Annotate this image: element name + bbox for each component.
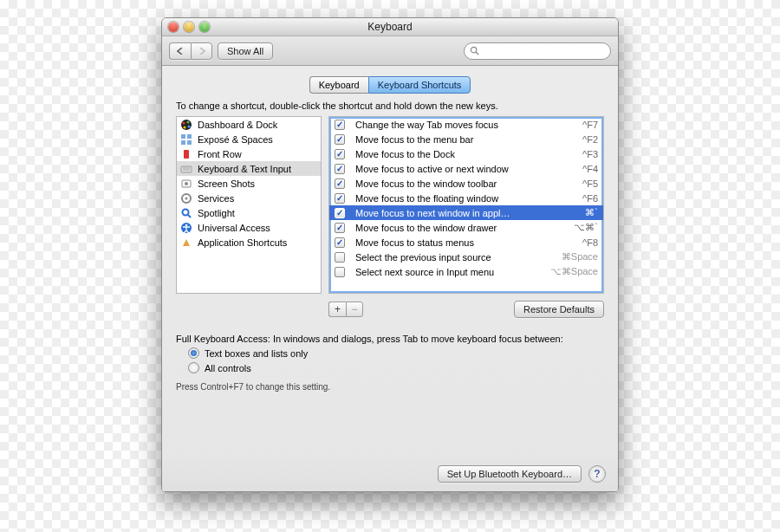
- category-item[interactable]: Spotlight: [177, 205, 321, 220]
- chevron-left-icon: [177, 48, 184, 55]
- keyboard-prefs-window: Keyboard Show All Keyboard Keyboard Shor…: [161, 17, 619, 492]
- screenshot-icon: [180, 178, 192, 190]
- help-button[interactable]: ?: [588, 465, 606, 483]
- shortcut-key: ⌥⌘Space: [550, 266, 600, 277]
- setup-bluetooth-button[interactable]: Set Up Bluetooth Keyboard…: [438, 465, 582, 483]
- shortcut-label: Change the way Tab moves focus: [350, 120, 577, 130]
- restore-defaults-button[interactable]: Restore Defaults: [514, 301, 604, 318]
- shortcut-row[interactable]: Select the previous input source⌘Space: [329, 250, 603, 264]
- category-item[interactable]: Screen Shots: [177, 176, 321, 191]
- shortcut-checkbox[interactable]: [335, 223, 345, 233]
- shortcut-checkbox[interactable]: [335, 252, 345, 263]
- svg-point-0: [471, 47, 476, 52]
- shortcut-row[interactable]: Move focus to the Dock^F3: [329, 146, 603, 161]
- tab-keyboard-shortcuts[interactable]: Keyboard Shortcuts: [368, 76, 471, 94]
- shortcut-row[interactable]: Move focus to status menus^F8: [329, 235, 603, 250]
- shortcut-row[interactable]: Select next source in Input menu⌥⌘Space: [329, 264, 603, 279]
- category-label: Application Shortcuts: [198, 237, 287, 248]
- category-label: Services: [198, 193, 234, 204]
- shortcut-row[interactable]: Move focus to the floating window^F6: [329, 191, 603, 205]
- radio-all-controls[interactable]: [188, 362, 199, 373]
- svg-point-19: [183, 209, 189, 215]
- shortcut-checkbox[interactable]: [335, 178, 345, 189]
- shortcut-key: ⌘`: [585, 207, 600, 218]
- shortcut-checkbox[interactable]: [335, 193, 345, 204]
- shortcut-checkbox[interactable]: [335, 237, 345, 248]
- shortcut-key: ^F2: [582, 134, 600, 145]
- shortcut-checkbox[interactable]: [335, 164, 345, 174]
- radio-text-boxes-lists[interactable]: [188, 347, 199, 359]
- category-item[interactable]: Exposé & Spaces: [177, 132, 321, 146]
- radio-label-text-boxes: Text boxes and lists only: [205, 348, 308, 359]
- svg-point-16: [185, 182, 188, 185]
- apps-icon: [180, 237, 192, 249]
- shortcut-label: Move focus to status menus: [350, 237, 577, 248]
- category-item[interactable]: Application Shortcuts: [177, 235, 321, 250]
- shortcut-row[interactable]: Move focus to active or next window^F4: [329, 161, 603, 176]
- shortcut-key: ^F5: [582, 178, 600, 189]
- svg-line-20: [188, 215, 191, 217]
- shortcut-key: ^F7: [582, 120, 600, 130]
- show-all-button[interactable]: Show All: [218, 42, 273, 60]
- shortcut-label: Move focus to next window in appl…: [350, 208, 580, 218]
- forward-button[interactable]: [191, 42, 212, 60]
- svg-point-2: [181, 120, 192, 130]
- category-item[interactable]: Front Row: [177, 146, 321, 161]
- shortcut-checkbox[interactable]: [335, 267, 345, 277]
- radio-label-all-controls: All controls: [205, 363, 251, 373]
- shortcut-key: ^F8: [582, 237, 600, 248]
- shortcut-checkbox[interactable]: [335, 208, 345, 218]
- spotlight-icon: [180, 207, 192, 219]
- titlebar: Keyboard: [162, 18, 618, 36]
- shortcut-list[interactable]: Change the way Tab moves focus^F7Move fo…: [328, 116, 604, 294]
- search-icon: [470, 46, 479, 55]
- shortcut-checkbox[interactable]: [335, 149, 345, 159]
- category-label: Exposé & Spaces: [198, 134, 273, 145]
- category-item[interactable]: Services: [177, 191, 321, 205]
- add-button[interactable]: +: [328, 302, 346, 317]
- category-item[interactable]: Universal Access: [177, 220, 321, 235]
- search-input[interactable]: [483, 45, 606, 57]
- svg-point-4: [186, 120, 189, 123]
- svg-point-22: [185, 224, 188, 226]
- svg-rect-10: [187, 140, 192, 145]
- shortcut-label: Move focus to the floating window: [350, 193, 577, 204]
- back-button[interactable]: [169, 42, 191, 60]
- shortcut-checkbox[interactable]: [335, 120, 345, 130]
- expose-icon: [180, 133, 192, 146]
- svg-rect-8: [187, 134, 192, 139]
- shortcut-row[interactable]: Change the way Tab moves focus^F7: [329, 117, 603, 132]
- keyboard-icon: [180, 163, 192, 175]
- shortcut-row[interactable]: Move focus to the window toolbar^F5: [329, 176, 603, 191]
- shortcut-label: Select next source in Input menu: [350, 267, 545, 277]
- shortcut-row[interactable]: Move focus to the menu bar^F2: [329, 132, 603, 146]
- svg-point-3: [182, 121, 185, 124]
- search-field[interactable]: [464, 42, 611, 60]
- services-icon: [180, 192, 192, 204]
- shortcut-label: Move focus to the Dock: [350, 149, 577, 159]
- fka-hint: Press Control+F7 to change this setting.: [176, 382, 604, 392]
- shortcut-key: ^F4: [582, 164, 600, 174]
- category-label: Front Row: [198, 149, 242, 159]
- svg-point-18: [185, 197, 188, 199]
- shortcut-label: Move focus to the menu bar: [350, 134, 577, 145]
- category-label: Keyboard & Text Input: [198, 164, 291, 174]
- remove-button[interactable]: −: [346, 302, 363, 317]
- shortcut-row[interactable]: Move focus to next window in appl…⌘`: [329, 205, 603, 220]
- universal-icon: [180, 222, 192, 234]
- shortcut-label: Select the previous input source: [350, 252, 556, 263]
- category-label: Dashboard & Dock: [198, 120, 277, 130]
- category-list[interactable]: Dashboard & DockExposé & SpacesFront Row…: [176, 116, 322, 294]
- shortcut-label: Move focus to the window toolbar: [350, 178, 577, 189]
- svg-rect-9: [181, 140, 185, 145]
- tab-keyboard[interactable]: Keyboard: [309, 76, 368, 94]
- shortcut-row[interactable]: Move focus to the window drawer⌥⌘`: [329, 220, 603, 235]
- category-item[interactable]: Keyboard & Text Input: [177, 161, 321, 176]
- shortcut-label: Move focus to the window drawer: [350, 223, 569, 233]
- shortcut-checkbox[interactable]: [335, 134, 345, 145]
- shortcut-key: ⌘Space: [562, 251, 600, 263]
- category-item[interactable]: Dashboard & Dock: [177, 117, 321, 132]
- frontrow-icon: [180, 148, 192, 160]
- category-label: Universal Access: [198, 223, 270, 233]
- chevron-right-icon: [198, 48, 205, 55]
